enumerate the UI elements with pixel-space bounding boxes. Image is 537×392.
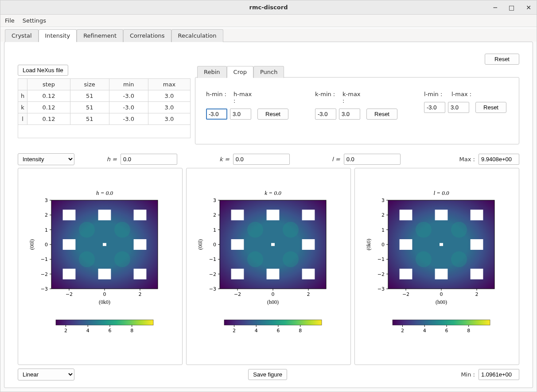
svg-text:(00l): (00l): [197, 239, 203, 249]
svg-rect-37: [56, 320, 153, 325]
plot-panel-k: k = 0.0−3−2−10123−202(h00)(00l)2468: [186, 168, 351, 365]
subtab-crop[interactable]: Crop: [227, 66, 253, 78]
reset-top-button[interactable]: Reset: [485, 54, 519, 65]
svg-point-4: [79, 221, 95, 237]
plot-panel-l: l = 0.0−3−2−10123−202(h00)(0k0)2468: [354, 168, 519, 365]
svg-text:−2: −2: [209, 271, 216, 277]
svg-text:(0k0): (0k0): [366, 239, 372, 250]
slice-k-input[interactable]: [233, 154, 290, 165]
grid-row: l 0.12 51 -3.0 3.0: [18, 113, 191, 125]
svg-point-49: [283, 251, 299, 267]
slice-l-input[interactable]: [344, 154, 401, 165]
crop-k-reset-button[interactable]: Reset: [366, 109, 397, 120]
svg-text:k = 0.0: k = 0.0: [265, 190, 281, 196]
svg-rect-57: [231, 210, 244, 220]
svg-text:(0k0): (0k0): [99, 299, 110, 305]
plot-panel-h: h = 0.0−3−2−10123−202(0k0)(00l)2468: [18, 168, 183, 365]
slice-max-input[interactable]: [479, 154, 519, 165]
load-nexus-button[interactable]: Load NeXus file: [18, 65, 68, 76]
svg-rect-59: [302, 210, 315, 220]
svg-text:−3: −3: [41, 286, 48, 292]
svg-text:2: 2: [213, 212, 216, 218]
svg-text:4: 4: [423, 328, 426, 334]
svg-rect-56: [302, 239, 315, 250]
subtab-rebin[interactable]: Rebin: [197, 66, 227, 78]
crop-k-min-input[interactable]: [315, 109, 336, 120]
crop-h-min-input[interactable]: [206, 109, 227, 120]
crop-l-reset-button[interactable]: Reset: [475, 102, 506, 113]
menubar: File Settings: [0, 15, 537, 27]
svg-rect-106: [440, 243, 443, 246]
svg-rect-58: [267, 210, 280, 220]
svg-text:0: 0: [440, 291, 443, 297]
svg-text:−2: −2: [66, 291, 73, 297]
slice-l-label: l =: [332, 156, 340, 163]
svg-text:1: 1: [213, 227, 216, 233]
svg-rect-52: [231, 268, 244, 279]
heatmap-h: h = 0.0−3−2−10123−202(0k0)(00l)2468: [20, 174, 180, 360]
crop-l-max-label: l-max :: [451, 91, 473, 97]
save-figure-button[interactable]: Save figure: [248, 369, 287, 380]
close-icon[interactable]: ✕: [523, 3, 534, 12]
menu-settings[interactable]: Settings: [23, 17, 46, 24]
svg-rect-54: [302, 268, 315, 279]
minimize-icon[interactable]: ─: [491, 3, 500, 12]
svg-text:6: 6: [276, 328, 280, 334]
svg-text:0: 0: [272, 291, 275, 297]
tab-recalculation[interactable]: Recalculation: [171, 29, 223, 42]
subtab-punch[interactable]: Punch: [253, 66, 284, 78]
menu-file[interactable]: File: [5, 17, 15, 24]
svg-text:(h00): (h00): [267, 299, 279, 305]
crop-h-min-label: h-min :: [206, 91, 227, 104]
crop-l-max-input[interactable]: [448, 102, 469, 113]
grid-header-max: max: [148, 79, 190, 90]
tab-refinement[interactable]: Refinement: [77, 29, 123, 42]
svg-text:(h00): (h00): [436, 299, 447, 305]
intensity-mode-select[interactable]: Intensity: [18, 153, 74, 165]
svg-text:−2: −2: [402, 291, 409, 297]
svg-text:0: 0: [45, 242, 48, 248]
svg-text:3: 3: [213, 198, 216, 203]
svg-point-96: [416, 221, 432, 237]
svg-text:6: 6: [108, 328, 111, 334]
svg-text:−3: −3: [209, 286, 216, 292]
svg-text:8: 8: [130, 328, 133, 334]
tab-correlations[interactable]: Correlations: [123, 29, 171, 42]
svg-text:0: 0: [103, 291, 106, 297]
slice-k-label: k =: [219, 156, 230, 163]
svg-rect-9: [63, 239, 76, 250]
svg-point-2: [79, 251, 95, 267]
slice-h-input[interactable]: [121, 154, 177, 165]
svg-text:−1: −1: [377, 256, 385, 262]
svg-point-5: [114, 221, 130, 237]
svg-text:−1: −1: [41, 256, 48, 262]
min-input[interactable]: [479, 369, 519, 380]
svg-rect-102: [471, 239, 483, 250]
svg-text:0: 0: [381, 242, 385, 248]
crop-h-reset-button[interactable]: Reset: [257, 109, 288, 120]
maximize-icon[interactable]: □: [506, 3, 517, 12]
svg-rect-14: [103, 243, 106, 246]
scale-select[interactable]: Linear: [18, 369, 74, 380]
tab-crystal[interactable]: Crystal: [5, 29, 39, 42]
svg-text:8: 8: [467, 328, 470, 334]
crop-k-max-input[interactable]: [339, 109, 360, 120]
hkl-grid: step size min max h 0.12 51 -3.0 3.0 k: [18, 78, 191, 138]
grid-header-size: size: [70, 79, 109, 90]
crop-l-min-input[interactable]: [424, 102, 445, 113]
svg-text:6: 6: [445, 328, 448, 334]
svg-point-50: [247, 221, 263, 237]
crop-k-max-label: k-max :: [342, 91, 364, 104]
window-title: rmc-discord: [249, 4, 288, 11]
svg-rect-129: [393, 320, 490, 325]
svg-point-94: [416, 251, 432, 267]
svg-point-3: [114, 251, 130, 267]
svg-text:−1: −1: [209, 256, 216, 262]
svg-text:1: 1: [381, 227, 385, 233]
svg-text:2: 2: [475, 291, 479, 297]
svg-point-48: [247, 251, 263, 267]
crop-h-max-input[interactable]: [230, 109, 251, 120]
tab-intensity[interactable]: Intensity: [39, 29, 77, 42]
slice-max-label: Max :: [459, 156, 475, 163]
svg-rect-98: [400, 268, 412, 279]
